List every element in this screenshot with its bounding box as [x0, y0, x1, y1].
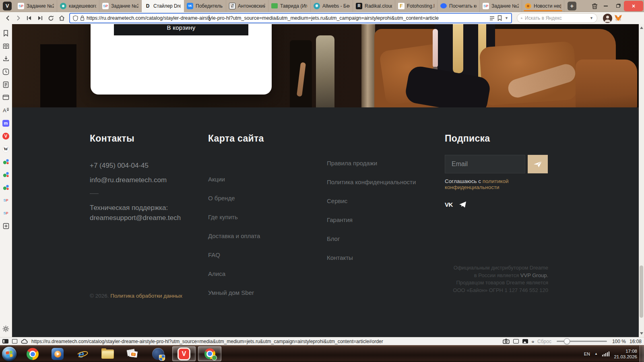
taskbar-chrome-button[interactable]	[198, 346, 221, 361]
url-field[interactable]: https://ru.dreametech.com/catalog/stayle…	[69, 13, 512, 23]
page-scrollbar[interactable]	[639, 24, 644, 337]
colored-dots-webpanel-icon[interactable]	[2, 158, 10, 165]
url-dropdown-icon[interactable]: ▼	[505, 16, 508, 20]
zoom-reset-label[interactable]: Сброс	[537, 339, 551, 344]
profile-avatar[interactable]	[603, 14, 612, 23]
bookmark-page-icon[interactable]	[497, 15, 502, 21]
sitemap-link-blog[interactable]: Блог	[327, 236, 416, 248]
vk-social-icon[interactable]: VK	[445, 201, 453, 208]
taskbar-hp-utility-icon[interactable]	[152, 348, 164, 360]
sp-webpanel-icon[interactable]: SP	[2, 197, 10, 204]
tiling-icon[interactable]	[12, 339, 17, 343]
colored-dots-webpanel-icon[interactable]	[2, 171, 10, 178]
sitemap-link-politika[interactable]: Политика конфиденциальности	[327, 179, 416, 191]
subscribe-submit-button[interactable]	[528, 155, 548, 173]
downloads-panel-icon[interactable]	[2, 55, 10, 62]
sitemap-link-dostavka[interactable]: Доставка и оплата	[208, 233, 264, 245]
close-button[interactable]: ×	[624, 1, 643, 11]
data-policy-link[interactable]: Политика обработки данных	[110, 293, 182, 299]
language-indicator[interactable]: EN	[584, 352, 590, 356]
taskbar-internet-explorer-icon[interactable]: e	[76, 348, 89, 360]
search-input[interactable]	[525, 15, 587, 21]
tab-zadanie-2[interactable]: SP Задание №2	[99, 0, 142, 12]
taskbar-photo-viewer-icon[interactable]	[126, 348, 138, 360]
history-panel-icon[interactable]	[2, 68, 10, 75]
search-engine-dropdown-icon[interactable]: ▼	[590, 16, 593, 20]
sitemap-link-kontakty[interactable]: Контакты	[327, 255, 416, 267]
tab-antonovskiy[interactable]: LIBRU Антоновский	[226, 0, 268, 12]
email-link[interactable]: info@ru.dreametech.com	[90, 176, 181, 184]
wikipedia-webpanel-icon[interactable]: W	[2, 145, 10, 152]
reading-list-panel-icon[interactable]	[2, 42, 10, 49]
sp-webpanel-icon[interactable]: SP	[2, 210, 10, 217]
restore-button[interactable]	[612, 1, 624, 11]
toggle-images-icon[interactable]	[522, 339, 528, 343]
sitemap-link-alisa[interactable]: Алиса	[208, 271, 264, 283]
reader-view-icon[interactable]	[489, 16, 495, 21]
back-button[interactable]	[2, 13, 12, 23]
show-desktop-button[interactable]	[640, 346, 644, 362]
tab-stayler-dreame-active[interactable]: D Стайлер Drea	[142, 0, 184, 12]
sitemap-link-servis[interactable]: Сервис	[327, 198, 416, 210]
translate-panel-icon[interactable]: A	[2, 107, 10, 114]
taskbar-media-player-icon[interactable]	[52, 348, 64, 360]
support-email-link[interactable]: dreamesupport@dreame.tech	[90, 213, 181, 223]
tab-radikal[interactable]: R Radikal.cloud	[353, 0, 395, 12]
tab-zadanie-3[interactable]: SP Задание №2	[480, 0, 522, 12]
zoom-slider-knob[interactable]	[564, 338, 570, 344]
zoom-slider[interactable]	[557, 341, 607, 342]
minimize-button[interactable]	[600, 1, 612, 11]
home-button[interactable]	[57, 13, 67, 23]
url-text[interactable]: https://ru.dreametech.com/catalog/stayle…	[87, 15, 487, 21]
start-button[interactable]	[2, 347, 17, 361]
tab-allwebs[interactable]: Allwebs - Бес	[311, 0, 353, 12]
add-webpanel-icon[interactable]	[2, 222, 10, 230]
sitemap-link-gde-kupit[interactable]: Где купить	[208, 214, 264, 226]
phone-link[interactable]: +7 (495) 004-04-45	[90, 162, 181, 170]
taskbar-explorer-icon[interactable]	[101, 350, 114, 359]
tab-zadanie-1[interactable]: SP Задание №2	[15, 0, 57, 12]
network-signal-icon[interactable]	[602, 352, 610, 356]
scroll-up-arrow[interactable]	[640, 27, 643, 29]
tab-tavrida[interactable]: Таврида (Иго	[268, 0, 311, 12]
notes-panel-icon[interactable]	[2, 81, 10, 88]
search-field[interactable]: ▼	[517, 13, 597, 23]
telegram-social-icon[interactable]	[459, 201, 466, 208]
settings-gear-icon[interactable]	[2, 325, 10, 332]
sitemap-link-faq[interactable]: FAQ	[208, 252, 264, 264]
tab-pobeditel[interactable]: VK Победитель	[184, 0, 226, 12]
developer-icon[interactable]: ‹›	[532, 339, 534, 344]
subscribe-email-input[interactable]	[445, 155, 525, 173]
new-tab-button[interactable]: +	[568, 2, 576, 10]
add-to-cart-button[interactable]: В корзину	[114, 24, 248, 35]
tab-novosti[interactable]: Новости неф	[522, 0, 564, 12]
capture-page-icon[interactable]	[503, 339, 510, 344]
page-actions-icon[interactable]	[513, 339, 519, 343]
mastodon-webpanel-icon[interactable]: m	[2, 119, 10, 127]
metamask-extension-icon[interactable]	[613, 13, 623, 23]
taskbar-chrome-icon[interactable]	[27, 348, 39, 360]
sync-cloud-icon[interactable]	[21, 339, 28, 344]
reload-button[interactable]	[46, 13, 56, 23]
sitemap-link-sber[interactable]: Умный дом Sber	[208, 290, 264, 302]
sitemap-link-akcii[interactable]: Акции	[208, 176, 264, 189]
sitemap-link-garantiya[interactable]: Гарантия	[327, 217, 416, 229]
tab-fotohosting[interactable]: F Fotohosting.R	[395, 0, 438, 12]
fast-forward-button[interactable]	[35, 13, 45, 23]
scrollbar-thumb[interactable]	[640, 265, 643, 318]
taskbar-clock[interactable]: 17:08 21.03.2026	[614, 348, 637, 360]
colored-dots-webpanel-icon[interactable]	[2, 184, 10, 191]
sitemap-link-pravila[interactable]: Правила продажи	[327, 160, 416, 173]
forward-button[interactable]	[13, 13, 23, 23]
bookmarks-panel-icon[interactable]	[2, 29, 10, 37]
panel-toggle-icon[interactable]	[2, 339, 8, 343]
hidden-icons-arrow[interactable]: ▲	[594, 352, 598, 356]
tab-kakdeshevogo[interactable]: какдешевого	[57, 0, 99, 12]
trash-closed-tabs-icon[interactable]	[589, 1, 600, 11]
windows-panel-icon[interactable]	[2, 94, 10, 101]
taskbar-vivaldi-button[interactable]: V	[172, 346, 196, 361]
sitemap-link-o-brende[interactable]: О бренде	[208, 195, 264, 208]
vivaldi-webpanel-icon[interactable]: V	[2, 132, 10, 140]
scroll-down-arrow[interactable]	[640, 332, 643, 335]
rewind-button[interactable]	[24, 13, 34, 23]
